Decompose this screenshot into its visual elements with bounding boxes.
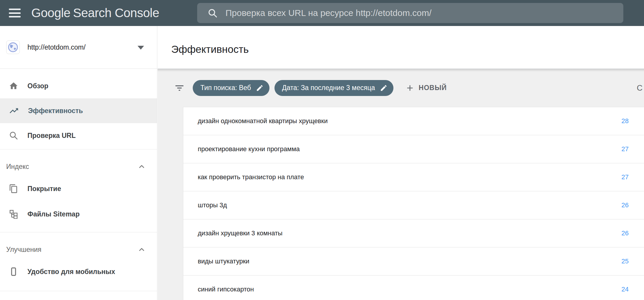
clicks-value: 24	[622, 286, 629, 293]
sidebar-nav: Обзор Эффективность Проверка URL	[0, 69, 157, 148]
property-favicon-box	[6, 40, 20, 54]
query-text: виды штукатурки	[198, 257, 249, 265]
sidebar-item-label: Обзор	[27, 82, 48, 90]
sidebar-item-label: Покрытие	[27, 185, 61, 193]
url-inspection-input[interactable]	[225, 8, 614, 18]
table-row[interactable]: шторы 3д 26	[183, 191, 644, 219]
caret-down-icon	[138, 46, 144, 50]
sidebar-item-url-inspection[interactable]: Проверка URL	[0, 123, 157, 148]
coverage-pages-icon	[9, 184, 18, 193]
clicks-value: 27	[622, 145, 629, 153]
globe-icon	[7, 42, 19, 53]
query-text: как проверить транзистор на плате	[198, 173, 304, 181]
table-row[interactable]: дизайн однокомнатной квартиры хрущевки 2…	[183, 107, 644, 135]
url-inspect-search-icon	[9, 131, 18, 140]
clicks-value: 25	[622, 257, 629, 265]
new-filter-button[interactable]: НОВЫЙ	[405, 83, 447, 93]
plus-icon	[405, 83, 415, 93]
sidebar-section-enhancements: Улучшения Удобство для мобильных	[0, 232, 157, 290]
top-app-bar: GoogleSearch Console	[0, 0, 644, 26]
sidebar-section-legacy-clipped: Прежние инструменты и отчеты	[0, 291, 157, 300]
pencil-icon	[256, 84, 264, 92]
global-search-box[interactable]	[197, 3, 623, 23]
filter-list-icon[interactable]	[174, 83, 185, 93]
query-text: шторы 3д	[198, 201, 227, 209]
section-header-index[interactable]: Индекс	[0, 157, 157, 176]
clicks-value: 27	[622, 173, 629, 181]
sidebar-item-label: Проверка URL	[27, 132, 76, 140]
chevron-up-icon	[138, 245, 146, 254]
chevron-up-icon	[138, 162, 146, 171]
sidebar-item-label: Удобство для мобильных	[27, 268, 115, 276]
page-title: Эффективность	[171, 43, 249, 55]
home-icon	[9, 81, 18, 91]
app-logo: GoogleSearch Console	[31, 6, 159, 20]
sidebar: http://etotdom.com/ Обзор Эффективность …	[0, 26, 157, 300]
query-text: дизайн хрущевки 3 комнаты	[198, 229, 282, 237]
search-icon	[207, 8, 218, 18]
content-area: Тип поиска: Веб Дата: За последние 3 мес…	[158, 69, 644, 300]
property-url: http://etotdom.com/	[27, 43, 86, 51]
clicks-value: 26	[622, 201, 629, 209]
table-row[interactable]: как проверить транзистор на плате 27	[183, 163, 644, 191]
hamburger-menu-icon[interactable]	[9, 9, 21, 17]
sidebar-item-sitemaps[interactable]: Файлы Sitemap	[0, 201, 157, 227]
sidebar-item-label: Эффективность	[28, 107, 83, 115]
table-row[interactable]: дизайн хрущевки 3 комнаты 26	[183, 219, 644, 247]
mobile-icon	[9, 267, 18, 276]
page-header: Эффективность	[158, 26, 644, 69]
section-title: Улучшения	[6, 246, 138, 254]
sidebar-item-label: Файлы Sitemap	[27, 210, 80, 218]
main-content: Эффективность Тип поиска: Веб Дата: За п…	[158, 26, 644, 300]
table-row[interactable]: синий гипсокартон 24	[183, 275, 644, 300]
property-selector[interactable]: http://etotdom.com/	[0, 26, 157, 69]
pencil-icon	[380, 84, 388, 92]
trending-up-icon	[9, 106, 19, 116]
new-filter-label: НОВЫЙ	[419, 84, 447, 92]
filter-chip-search-type[interactable]: Тип поиска: Веб	[193, 80, 269, 96]
chip-label: Тип поиска: Веб	[200, 84, 251, 92]
section-header-enhancements[interactable]: Улучшения	[0, 240, 157, 259]
queries-table: дизайн однокомнатной квартиры хрущевки 2…	[183, 107, 644, 300]
sidebar-item-coverage[interactable]: Покрытие	[0, 176, 157, 201]
query-text: проектирование кухни программа	[198, 145, 300, 153]
table-row[interactable]: проектирование кухни программа 27	[183, 135, 644, 163]
chip-label: Дата: За последние 3 месяца	[282, 84, 375, 92]
sidebar-section-index: Индекс Покрытие Файлы Sitemap	[0, 149, 157, 231]
reset-filters-clipped-text[interactable]: С	[637, 83, 643, 92]
logo-google: Google	[31, 6, 70, 20]
filter-toolbar: Тип поиска: Веб Дата: За последние 3 мес…	[158, 69, 644, 107]
query-text: синий гипсокартон	[198, 286, 254, 293]
query-text: дизайн однокомнатной квартиры хрущевки	[198, 117, 328, 125]
clicks-value: 28	[622, 117, 629, 125]
clicks-value: 26	[622, 229, 629, 237]
sitemap-icon	[9, 209, 18, 219]
table-row[interactable]: виды штукатурки 25	[183, 247, 644, 275]
section-title: Индекс	[6, 163, 138, 171]
logo-product: Search Console	[73, 6, 159, 20]
sidebar-item-mobile-usability[interactable]: Удобство для мобильных	[0, 259, 157, 284]
filter-chip-date[interactable]: Дата: За последние 3 месяца	[274, 80, 393, 96]
sidebar-item-overview[interactable]: Обзор	[0, 74, 157, 98]
sidebar-item-performance[interactable]: Эффективность	[0, 98, 157, 123]
